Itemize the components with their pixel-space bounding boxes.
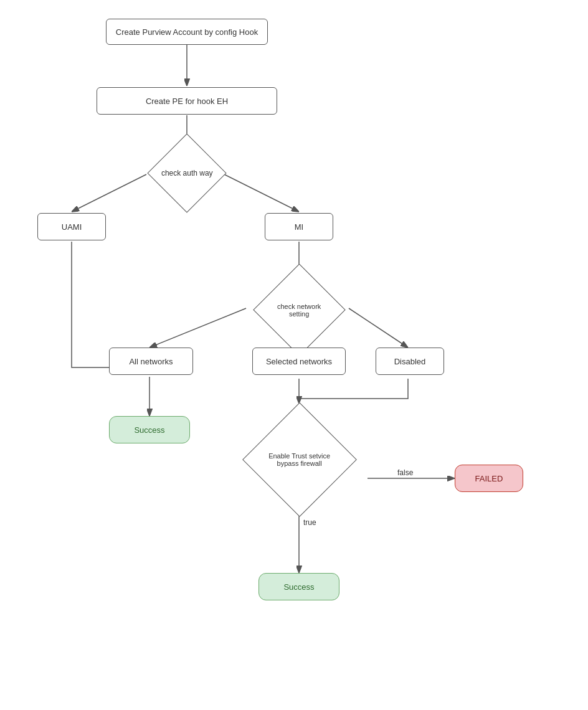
check-network-node: check network setting — [235, 274, 363, 346]
uami-node: UAMI — [37, 213, 106, 240]
mi-node: MI — [265, 213, 333, 240]
create-purview-node: Create Purview Account by config Hook — [106, 19, 268, 45]
success-1-node: Success — [109, 416, 190, 443]
svg-line-6 — [149, 308, 246, 348]
failed-node: FAILED — [455, 465, 523, 492]
flowchart-diagram: Create Purview Account by config Hook Cr… — [0, 0, 588, 710]
true-label: true — [303, 518, 316, 527]
enable-trust-node: Enable Trust setvice bypass firewall — [235, 402, 363, 517]
create-pe-node: Create PE for hook EH — [97, 87, 277, 115]
all-networks-node: All networks — [109, 348, 193, 375]
disabled-node: Disabled — [376, 348, 444, 375]
check-auth-node: check auth way — [133, 142, 241, 204]
false-label: false — [397, 468, 413, 477]
selected-networks-node: Selected networks — [252, 348, 346, 375]
success-2-node: Success — [258, 573, 339, 600]
